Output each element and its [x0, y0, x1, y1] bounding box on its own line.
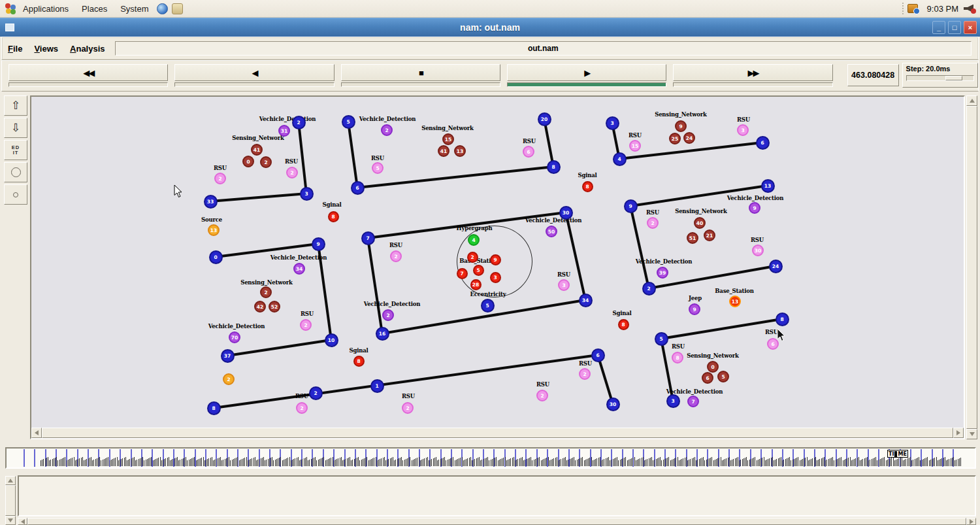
maximize-button[interactable]: □: [948, 21, 961, 34]
network-node[interactable]: 30: [606, 398, 620, 411]
network-node[interactable]: 1: [370, 379, 384, 393]
network-node[interactable]: 70: [229, 331, 240, 343]
network-node[interactable]: 5: [717, 371, 729, 382]
zoom-in-button[interactable]: ⇧: [4, 95, 27, 116]
network-node[interactable]: 2: [286, 167, 298, 178]
network-node[interactable]: 3: [558, 279, 570, 291]
network-node[interactable]: 2: [381, 124, 393, 136]
timeline-strip[interactable]: [7, 449, 975, 467]
zoom-out-button[interactable]: ⇩: [4, 118, 27, 138]
network-node[interactable]: 8: [328, 211, 339, 222]
network-node[interactable]: 8: [207, 401, 221, 415]
network-node[interactable]: 13: [761, 179, 775, 193]
applications-menu[interactable]: Applications: [16, 0, 75, 18]
network-node[interactable]: 30: [752, 245, 764, 256]
canvas-vscroll-thumb[interactable]: [966, 106, 977, 429]
network-node[interactable]: 2: [260, 156, 272, 168]
big-node-tool-button[interactable]: [4, 162, 27, 182]
network-node[interactable]: 5: [481, 299, 495, 313]
network-node[interactable]: 2: [296, 402, 308, 414]
annotation-vscroll-thumb[interactable]: [5, 485, 16, 516]
minimize-button[interactable]: _: [932, 21, 945, 34]
back-button[interactable]: ◀: [174, 64, 334, 87]
scroll-left-button[interactable]: [31, 428, 42, 438]
network-node[interactable]: 31: [278, 125, 290, 137]
network-node[interactable]: 5: [372, 162, 384, 174]
network-node[interactable]: 37: [221, 349, 235, 363]
step-slider[interactable]: [906, 75, 974, 81]
clock[interactable]: 9:03 PM: [927, 4, 958, 14]
annotation-hscroll-thumb[interactable]: [27, 518, 966, 525]
network-node[interactable]: 8: [618, 319, 629, 330]
network-node[interactable]: 15: [629, 140, 641, 152]
network-node[interactable]: 16: [376, 327, 389, 341]
network-node[interactable]: 4: [613, 152, 627, 166]
network-node[interactable]: 3: [606, 116, 619, 130]
canvas-hscroll-thumb[interactable]: [42, 428, 953, 438]
edit-button[interactable]: ED IT: [4, 140, 27, 160]
network-node[interactable]: 21: [704, 229, 715, 241]
menu-file[interactable]: File: [2, 41, 28, 56]
network-node[interactable]: 6: [702, 372, 713, 384]
update-notifier-icon[interactable]: [907, 4, 918, 13]
network-node[interactable]: 3: [666, 394, 680, 408]
fast-forward-button[interactable]: ▶▶: [673, 64, 832, 87]
canvas-vertical-scrollbar[interactable]: [966, 95, 977, 439]
network-node[interactable]: 3: [300, 187, 314, 201]
network-node[interactable]: 2: [647, 217, 659, 229]
network-node[interactable]: 9: [749, 202, 760, 214]
network-node[interactable]: 7: [457, 268, 468, 279]
network-node[interactable]: 8: [672, 352, 683, 364]
network-canvas[interactable]: Vechicle_DetectionSensing_NetworkRSURSUV…: [31, 97, 964, 428]
network-node[interactable]: 34: [293, 263, 305, 275]
network-node[interactable]: 24: [769, 260, 783, 273]
annotation-scroll-left-button[interactable]: [18, 518, 27, 525]
network-node[interactable]: 9: [312, 237, 325, 251]
network-node[interactable]: 9: [490, 254, 501, 265]
network-node[interactable]: 2: [223, 373, 235, 385]
places-menu[interactable]: Places: [75, 0, 114, 18]
network-node[interactable]: 33: [204, 195, 218, 209]
network-node[interactable]: 9: [689, 303, 700, 315]
network-node[interactable]: 3: [737, 124, 749, 136]
network-node[interactable]: 13: [729, 296, 741, 307]
help-icon[interactable]: [172, 3, 183, 14]
menu-analysis[interactable]: Analysis: [64, 41, 110, 56]
rewind-button[interactable]: ◀◀: [8, 64, 168, 87]
network-node[interactable]: 8: [547, 160, 561, 174]
network-node[interactable]: 9: [624, 199, 638, 213]
network-node[interactable]: 6: [523, 146, 534, 158]
network-node[interactable]: 25: [669, 133, 681, 144]
network-node[interactable]: 0: [242, 156, 254, 167]
network-node[interactable]: 2: [642, 282, 656, 296]
network-node[interactable]: 8: [776, 313, 789, 326]
network-node[interactable]: 51: [687, 232, 698, 244]
network-node[interactable]: 20: [538, 112, 551, 126]
network-node[interactable]: 39: [657, 267, 668, 279]
distro-logo-icon[interactable]: [5, 3, 16, 14]
network-node[interactable]: 9: [675, 120, 687, 132]
network-node[interactable]: 5: [655, 332, 668, 346]
network-node[interactable]: 0: [209, 250, 223, 264]
network-node[interactable]: 10: [325, 333, 338, 347]
scroll-right-button[interactable]: [953, 428, 964, 438]
network-node[interactable]: 2: [300, 319, 312, 331]
network-node[interactable]: 15: [442, 133, 454, 145]
network-node[interactable]: 3: [490, 272, 501, 283]
network-node[interactable]: 2: [579, 368, 591, 380]
network-node[interactable]: 2: [382, 309, 394, 321]
network-node[interactable]: 2: [214, 173, 226, 184]
web-browser-icon[interactable]: [157, 3, 168, 14]
network-node[interactable]: 2: [309, 386, 323, 400]
network-node[interactable]: 13: [208, 224, 220, 236]
timeline[interactable]: TI ME: [5, 447, 976, 469]
network-node[interactable]: 24: [683, 132, 695, 144]
network-node[interactable]: 2: [260, 286, 272, 298]
network-node[interactable]: 28: [470, 279, 482, 290]
network-node[interactable]: 40: [694, 217, 706, 229]
network-node[interactable]: 5: [342, 115, 355, 129]
network-node[interactable]: 6: [591, 348, 605, 362]
scroll-up-button[interactable]: [966, 95, 977, 106]
network-node[interactable]: 52: [269, 301, 280, 313]
network-node[interactable]: 2: [292, 116, 306, 129]
